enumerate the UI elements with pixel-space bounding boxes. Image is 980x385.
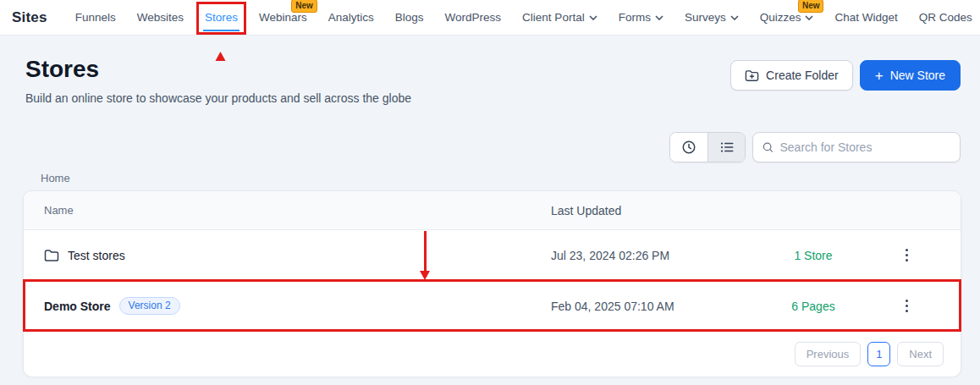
folder-plus-icon: [745, 69, 759, 82]
nav-item-funnels[interactable]: Funnels: [75, 11, 116, 24]
search-input[interactable]: [779, 140, 951, 154]
pagination: Previous 1 Next: [24, 332, 961, 377]
top-navigation: Sites Funnels Websites Stores Webinars N…: [0, 0, 980, 36]
row-name[interactable]: Demo Store: [44, 300, 111, 313]
plus-icon: +: [875, 69, 884, 83]
table-row-demo-store[interactable]: Demo Store Version 2 Feb 04, 2025 07:10 …: [24, 281, 961, 332]
nav-item-forms[interactable]: Forms: [619, 11, 663, 24]
breadcrumb[interactable]: Home: [41, 172, 70, 184]
previous-page-button[interactable]: Previous: [795, 342, 862, 366]
nav-item-websites[interactable]: Websites: [137, 11, 184, 24]
row-last-updated: Feb 04, 2025 07:10 AM: [551, 300, 754, 313]
row-count[interactable]: 6 Pages: [754, 300, 873, 313]
nav-item-wordpress[interactable]: WordPress: [445, 11, 502, 24]
chevron-down-icon: [655, 15, 663, 20]
list-toolbar: [669, 132, 961, 162]
nav-item-webinars[interactable]: Webinars New: [259, 11, 307, 24]
view-toggle: [669, 132, 746, 162]
chevron-down-icon: [589, 15, 597, 20]
row-last-updated: Jul 23, 2024 02:26 PM: [551, 249, 754, 262]
table-row-test-stores[interactable]: Test stores Jul 23, 2024 02:26 PM 1 Stor…: [24, 230, 961, 281]
clock-icon: [681, 140, 696, 155]
nav-item-client-portal[interactable]: Client Portal: [522, 11, 597, 24]
kebab-menu-icon[interactable]: [902, 245, 911, 265]
next-page-button[interactable]: Next: [897, 342, 944, 366]
column-header-name: Name: [24, 204, 551, 217]
table-header-row: Name Last Updated: [24, 191, 961, 230]
nav-item-surveys[interactable]: Surveys: [685, 11, 739, 24]
brand-title: Sites: [12, 9, 47, 26]
header-actions: Create Folder + New Store: [730, 60, 961, 91]
folder-icon: [44, 249, 59, 262]
page-number-button[interactable]: 1: [867, 342, 890, 366]
list-icon: [719, 140, 735, 155]
annotation-arrow-up: [216, 39, 227, 79]
row-name[interactable]: Test stores: [68, 249, 125, 262]
active-tab-underline: [203, 30, 239, 31]
new-store-button[interactable]: + New Store: [860, 60, 961, 91]
recent-view-button[interactable]: [670, 133, 707, 162]
nav-item-chat-widget[interactable]: Chat Widget: [834, 11, 897, 24]
search-box: [752, 132, 961, 162]
list-view-button[interactable]: [707, 133, 745, 162]
nav-item-analytics[interactable]: Analytics: [328, 11, 374, 24]
nav-item-quizzes[interactable]: Quizzes New: [760, 11, 814, 24]
search-icon: [762, 140, 774, 154]
nav-item-stores[interactable]: Stores: [205, 11, 238, 24]
kebab-menu-icon[interactable]: [902, 296, 911, 316]
nav-item-qr-codes[interactable]: QR Codes: [919, 11, 972, 24]
page-subtitle: Build an online store to showcase your p…: [25, 91, 411, 105]
nav-item-blogs[interactable]: Blogs: [395, 11, 424, 24]
new-badge: New: [291, 0, 317, 13]
new-badge: New: [798, 0, 824, 13]
row-count[interactable]: 1 Store: [754, 249, 873, 262]
stores-table: Name Last Updated Test stores Jul 23, 20…: [23, 190, 961, 377]
chevron-down-icon: [805, 15, 813, 20]
page-title: Stores: [25, 56, 99, 83]
version-badge: Version 2: [119, 297, 180, 315]
chevron-down-icon: [730, 15, 739, 20]
column-header-last-updated: Last Updated: [551, 204, 754, 217]
create-folder-button[interactable]: Create Folder: [730, 60, 853, 91]
